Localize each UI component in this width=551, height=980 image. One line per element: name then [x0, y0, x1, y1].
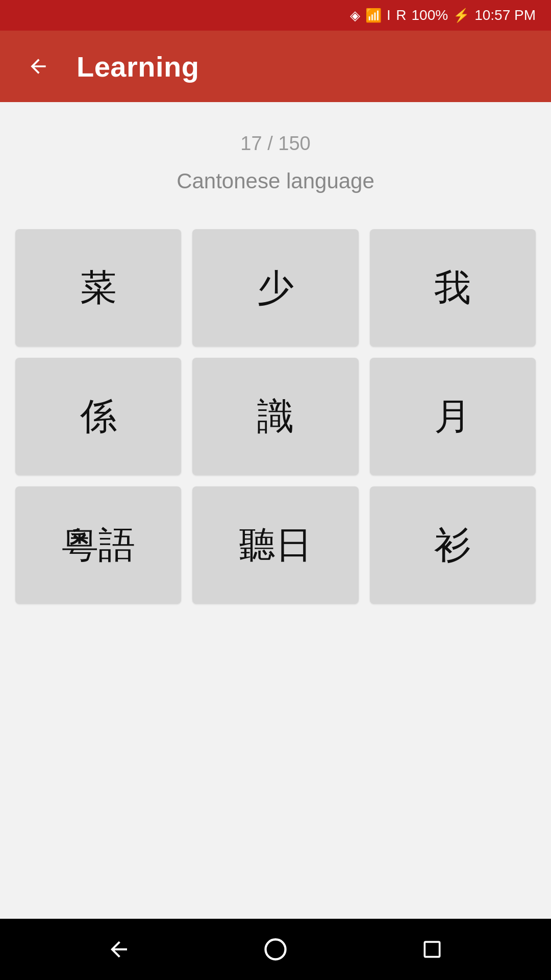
- character-card-5[interactable]: 月: [370, 358, 536, 475]
- character-text-5: 月: [434, 392, 471, 441]
- signal-icon: Ⅰ: [387, 8, 391, 23]
- wifi-icon: 📶: [365, 8, 382, 23]
- clock: 10:57 PM: [474, 7, 536, 23]
- svg-point-0: [265, 940, 285, 960]
- app-bar: Learning: [0, 31, 551, 102]
- character-card-7[interactable]: 聽日: [192, 486, 358, 604]
- character-card-8[interactable]: 衫: [370, 486, 536, 604]
- language-label: Cantonese language: [177, 169, 374, 193]
- character-card-2[interactable]: 我: [370, 229, 536, 347]
- character-text-6: 粵語: [62, 521, 135, 570]
- character-card-3[interactable]: 係: [15, 358, 181, 475]
- character-text-0: 菜: [80, 263, 117, 312]
- status-bar: ◈ 📶 Ⅰ R 100% ⚡ 10:57 PM: [0, 0, 551, 31]
- character-text-3: 係: [80, 392, 117, 441]
- character-text-8: 衫: [434, 521, 471, 570]
- character-text-2: 我: [434, 263, 471, 312]
- character-card-4[interactable]: 識: [192, 358, 358, 475]
- nav-bar: [0, 919, 551, 980]
- status-icons: ◈ 📶 Ⅰ R 100% ⚡ 10:57 PM: [350, 7, 536, 23]
- character-card-6[interactable]: 粵語: [15, 486, 181, 604]
- back-button[interactable]: [20, 48, 56, 84]
- home-nav-button[interactable]: [255, 929, 296, 970]
- character-text-4: 識: [257, 392, 294, 441]
- main-content: 17 / 150 Cantonese language 菜 少 我 係 識 月 …: [0, 102, 551, 919]
- back-nav-button[interactable]: [98, 929, 139, 970]
- character-text-1: 少: [257, 263, 294, 312]
- carrier-label: R: [396, 7, 406, 23]
- recents-nav-button[interactable]: [412, 929, 453, 970]
- progress-indicator: 17 / 150: [240, 133, 310, 155]
- nav-icon: ◈: [350, 8, 360, 23]
- battery-icon: ⚡: [453, 8, 469, 23]
- character-card-0[interactable]: 菜: [15, 229, 181, 347]
- character-grid: 菜 少 我 係 識 月 粵語 聽日 衫: [15, 229, 536, 604]
- character-text-7: 聽日: [239, 521, 312, 570]
- page-title: Learning: [77, 50, 199, 83]
- battery-level: 100%: [412, 7, 448, 23]
- svg-rect-1: [424, 942, 439, 957]
- character-card-1[interactable]: 少: [192, 229, 358, 347]
